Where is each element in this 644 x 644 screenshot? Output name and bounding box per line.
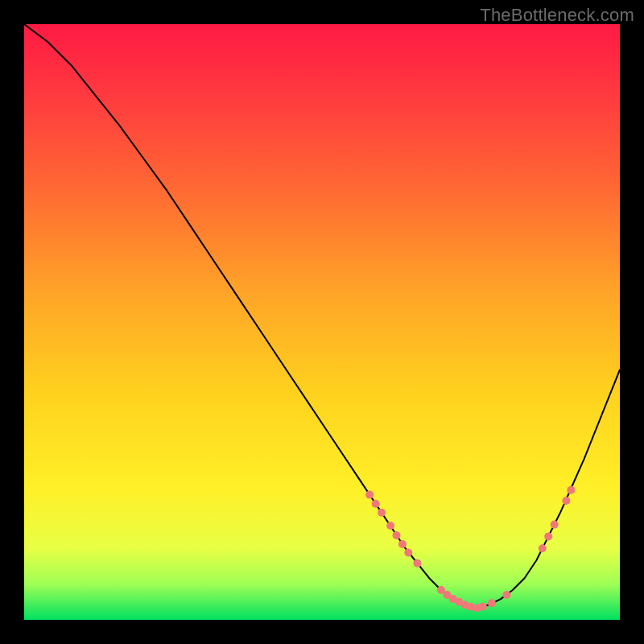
chart-container: TheBottleneck.com bbox=[0, 0, 644, 644]
data-marker bbox=[562, 497, 570, 505]
data-marker bbox=[488, 599, 496, 607]
data-marker bbox=[544, 532, 552, 540]
data-marker bbox=[365, 491, 374, 499]
data-marker bbox=[378, 509, 386, 517]
data-marker bbox=[393, 531, 401, 539]
chart-svg bbox=[24, 24, 620, 620]
data-marker bbox=[372, 500, 380, 508]
data-marker bbox=[551, 521, 559, 529]
data-marker bbox=[502, 591, 510, 599]
data-marker bbox=[413, 559, 421, 568]
gradient-background bbox=[24, 24, 620, 620]
data-marker bbox=[479, 603, 487, 611]
data-marker bbox=[398, 540, 407, 548]
data-marker bbox=[567, 486, 575, 494]
data-marker bbox=[404, 548, 412, 556]
watermark-text: TheBottleneck.com bbox=[480, 5, 634, 26]
data-marker bbox=[539, 544, 547, 552]
data-marker bbox=[386, 522, 394, 530]
plot-area bbox=[24, 24, 620, 620]
